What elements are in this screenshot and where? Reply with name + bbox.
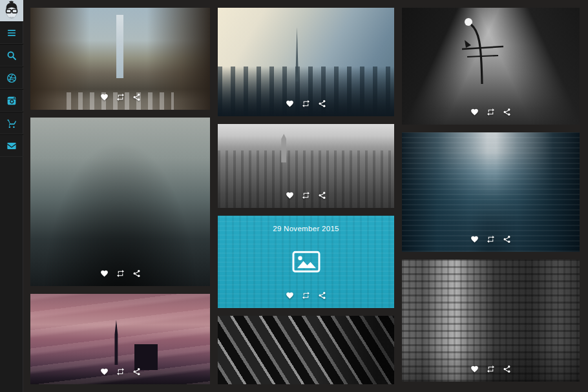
share-button[interactable] <box>318 291 326 300</box>
like-button[interactable] <box>100 269 109 278</box>
reblog-icon <box>116 367 125 376</box>
reblog-button[interactable] <box>116 269 125 278</box>
image-placeholder-icon <box>292 251 320 273</box>
reblog-icon <box>116 93 125 101</box>
reblog-button[interactable] <box>302 291 310 300</box>
post-actions <box>218 99 394 108</box>
photo-post-shanghai-aerial[interactable] <box>218 8 394 116</box>
heart-icon <box>470 108 479 116</box>
heart-icon <box>470 365 479 373</box>
like-button[interactable] <box>100 93 109 101</box>
street-lamp-graphic <box>461 17 506 88</box>
search-icon <box>6 50 17 61</box>
like-button[interactable] <box>100 367 109 376</box>
share-icon <box>503 235 511 243</box>
reblog-button[interactable] <box>302 191 310 200</box>
share-icon <box>132 367 141 376</box>
post-actions <box>402 108 580 116</box>
sidebar <box>0 0 23 392</box>
photo-post-pink-sky-chrysler[interactable] <box>30 294 210 384</box>
sidebar-item-instagram[interactable] <box>0 89 23 112</box>
share-button[interactable] <box>318 99 326 108</box>
post-actions <box>402 235 580 243</box>
photo-grid: 29 November 2015 <box>23 0 588 392</box>
avatar[interactable] <box>0 0 23 21</box>
grid-column-3 <box>402 8 580 392</box>
share-button[interactable] <box>503 108 511 116</box>
heart-icon <box>100 269 109 278</box>
post-actions <box>218 291 394 300</box>
post-actions <box>30 269 210 278</box>
share-button[interactable] <box>132 93 141 101</box>
share-icon <box>318 191 326 200</box>
photo-post-bw-brick-facades[interactable] <box>402 260 580 382</box>
heart-icon <box>100 367 109 376</box>
text-post-card[interactable]: 29 November 2015 <box>218 216 394 308</box>
share-icon <box>318 99 326 108</box>
share-icon <box>132 269 141 278</box>
share-button[interactable] <box>503 235 511 243</box>
photo-post-dark-skyscraper[interactable] <box>30 118 210 287</box>
photo-post-bw-streetlamp[interactable] <box>402 8 580 125</box>
reblog-icon <box>487 108 495 116</box>
post-actions <box>218 191 394 200</box>
like-button[interactable] <box>286 191 294 200</box>
heart-icon <box>470 235 479 243</box>
share-icon <box>503 108 511 116</box>
heart-icon <box>286 99 294 108</box>
reblog-button[interactable] <box>116 367 125 376</box>
reblog-icon <box>302 191 310 200</box>
post-date: 29 November 2015 <box>218 225 394 232</box>
reblog-button[interactable] <box>487 108 495 116</box>
share-button[interactable] <box>503 365 511 373</box>
heart-icon <box>286 191 294 200</box>
reblog-button[interactable] <box>302 99 310 108</box>
like-button[interactable] <box>470 365 479 373</box>
reblog-button[interactable] <box>487 235 495 243</box>
like-button[interactable] <box>286 291 294 300</box>
photo-post-bw-manhattan-aerial[interactable] <box>218 124 394 208</box>
reblog-button[interactable] <box>487 365 495 373</box>
envelope-icon <box>6 141 17 151</box>
share-button[interactable] <box>132 269 141 278</box>
avatar-man-glasses-icon <box>0 0 23 21</box>
reblog-icon <box>116 269 125 278</box>
sidebar-item-search[interactable] <box>0 44 23 67</box>
heart-icon <box>100 93 109 101</box>
reblog-icon <box>487 365 495 373</box>
sidebar-item-shop[interactable] <box>0 112 23 134</box>
post-actions <box>402 365 580 373</box>
grid-column-1 <box>30 8 210 392</box>
instagram-icon <box>6 96 17 106</box>
sidebar-item-contact[interactable] <box>0 134 23 157</box>
photo-post-bw-diagonal-architecture[interactable] <box>218 316 394 384</box>
photo-post-blue-street-canyon[interactable] <box>402 132 580 252</box>
photo-post-nyc-street[interactable] <box>30 8 210 110</box>
share-icon <box>503 365 511 373</box>
share-icon <box>132 93 141 101</box>
reblog-button[interactable] <box>116 93 125 101</box>
reblog-icon <box>487 235 495 243</box>
dribbble-icon <box>6 73 17 83</box>
share-button[interactable] <box>318 191 326 200</box>
heart-icon <box>286 291 294 300</box>
like-button[interactable] <box>286 99 294 108</box>
post-actions <box>30 93 210 101</box>
sidebar-item-menu[interactable] <box>0 21 23 44</box>
share-icon <box>318 291 326 300</box>
share-button[interactable] <box>132 367 141 376</box>
like-button[interactable] <box>470 235 479 243</box>
reblog-icon <box>302 291 310 300</box>
hamburger-menu-icon <box>6 28 17 38</box>
grid-column-2: 29 November 2015 <box>218 8 394 392</box>
sidebar-item-dribbble[interactable] <box>0 67 23 89</box>
reblog-icon <box>302 99 310 108</box>
post-actions <box>30 367 210 376</box>
shopping-cart-icon <box>6 118 17 129</box>
like-button[interactable] <box>470 108 479 116</box>
